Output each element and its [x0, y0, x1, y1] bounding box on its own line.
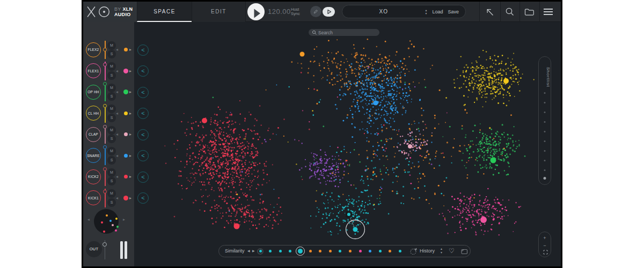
track-sample-dot[interactable]	[124, 175, 128, 178]
track-sample-dot[interactable]	[124, 48, 128, 51]
track-select-button[interactable]: CL HH	[86, 106, 101, 121]
menu-icon[interactable]	[544, 9, 553, 17]
track-sample-dot[interactable]	[124, 154, 128, 158]
loaded-sample-dot[interactable]	[408, 144, 412, 148]
neighbor-sample-dot[interactable]	[347, 213, 350, 216]
similarity-dot[interactable]	[349, 250, 352, 252]
prev-sample-arrow[interactable]: ◂	[116, 61, 118, 82]
similarity-dot[interactable]	[319, 250, 321, 252]
similarity-dot[interactable]	[289, 250, 291, 252]
prev-sample-arrow[interactable]: ◂	[116, 39, 118, 61]
similarity-dot[interactable]	[269, 250, 272, 252]
track-fader-knob[interactable]	[103, 125, 107, 129]
fullscreen-icon[interactable]	[543, 250, 548, 255]
track-select-button[interactable]: SNARE	[86, 148, 101, 163]
mute-button[interactable]: M	[107, 126, 116, 135]
track-pull-chevron[interactable]: <	[137, 129, 149, 140]
mute-button[interactable]: M	[107, 41, 116, 50]
similarity-dot[interactable]	[339, 250, 341, 252]
solo-button[interactable]: S	[107, 92, 116, 101]
next-sample-arrow[interactable]: ▸	[129, 103, 131, 124]
track-sample-dot[interactable]	[124, 111, 128, 115]
loaded-sample-dot[interactable]	[491, 158, 496, 163]
history-up-arrow[interactable]: ▲	[440, 247, 443, 251]
mute-button[interactable]: M	[107, 105, 116, 113]
track-fader-knob[interactable]	[103, 190, 107, 193]
out-routing-button[interactable]: OUT	[86, 241, 102, 257]
preview-play-button[interactable]	[323, 7, 335, 17]
solo-button[interactable]: S	[107, 114, 116, 122]
sample-space[interactable]: <<<<<<<< Shortlist + − Similarity ◀ ▶	[83, 2, 561, 266]
favorite-heart-icon[interactable]: ♡	[449, 245, 455, 257]
track-select-button[interactable]: KICK1	[86, 190, 101, 205]
history-spinner[interactable]: ▲ ▼	[440, 247, 443, 255]
similarity-dot[interactable]	[399, 250, 401, 252]
master-fader-knob[interactable]	[103, 242, 107, 247]
tab-edit[interactable]: EDIT	[192, 2, 246, 22]
preset-down-arrow[interactable]: ▼	[425, 12, 428, 15]
track-sample-dot[interactable]	[123, 196, 128, 200]
track-pull-chevron[interactable]: <	[137, 192, 149, 204]
prev-sample-arrow[interactable]: ◂	[116, 81, 118, 103]
prev-sample-arrow[interactable]: ◂	[116, 124, 118, 145]
loaded-sample-dot[interactable]	[234, 224, 240, 229]
next-sample-arrow[interactable]: ▸	[129, 188, 131, 209]
next-sample-arrow[interactable]: ▸	[129, 81, 131, 103]
folder-icon[interactable]	[524, 8, 535, 16]
similarity-dot[interactable]	[389, 250, 391, 252]
track-fader-knob[interactable]	[103, 104, 107, 108]
similarity-dot[interactable]	[279, 250, 282, 252]
tempo-display[interactable]: 120.00	[268, 2, 291, 22]
loaded-sample-dot[interactable]	[374, 101, 378, 106]
cursor-tool-icon[interactable]	[485, 7, 495, 17]
history-down-arrow[interactable]: ▼	[440, 251, 443, 255]
mute-button[interactable]: M	[107, 84, 116, 92]
preset-up-arrow[interactable]: ▲	[425, 9, 428, 12]
cycle-samples-icon[interactable]	[409, 247, 418, 256]
load-button[interactable]: Load	[432, 9, 443, 14]
track-select-button[interactable]: CLAP	[86, 127, 101, 142]
solo-button[interactable]: S	[107, 156, 116, 165]
similarity-dot[interactable]	[369, 250, 371, 252]
track-select-button[interactable]: KICK2	[86, 169, 101, 184]
track-fader-knob[interactable]	[103, 48, 107, 51]
next-sample-arrow[interactable]: ▸	[129, 166, 131, 188]
solo-button[interactable]: S	[107, 135, 116, 143]
track-fader-knob[interactable]	[103, 63, 107, 66]
track-pull-chevron[interactable]: <	[137, 150, 149, 161]
minimap-right-arrow[interactable]: ▸	[123, 217, 125, 222]
track-fader-knob[interactable]	[103, 145, 107, 149]
play-button[interactable]	[247, 3, 265, 20]
track-pull-chevron[interactable]: <	[137, 65, 149, 77]
zoom-out-button[interactable]: −	[539, 243, 551, 248]
preset-selector[interactable]: XO ▲ ▼ Load Save	[342, 5, 466, 18]
shortlist-add-dot[interactable]	[544, 177, 546, 180]
track-pull-chevron[interactable]: <	[137, 87, 149, 98]
mute-button[interactable]: M	[107, 147, 116, 155]
similarity-dot[interactable]	[329, 250, 332, 252]
space-search-box[interactable]	[309, 29, 379, 36]
search-input[interactable]	[318, 30, 376, 35]
track-sample-dot[interactable]	[124, 132, 128, 136]
solo-button[interactable]: S	[107, 177, 116, 185]
similarity-prev-arrow[interactable]: ◀	[247, 245, 250, 257]
prev-sample-arrow[interactable]: ◂	[116, 103, 118, 124]
similarity-dot[interactable]	[359, 250, 362, 252]
similarity-dot[interactable]	[309, 250, 312, 252]
edit-tempo-button[interactable]	[310, 6, 321, 17]
preset-name[interactable]: XO	[342, 9, 425, 14]
solo-button[interactable]: S	[107, 71, 116, 80]
mute-button[interactable]: M	[107, 62, 116, 71]
loaded-sample-dot[interactable]	[202, 118, 207, 123]
track-select-button[interactable]: FLEX2	[86, 42, 101, 57]
solo-button[interactable]: S	[107, 50, 116, 58]
tab-space[interactable]: SPACE	[137, 2, 192, 22]
search-icon[interactable]	[505, 7, 515, 17]
track-select-button[interactable]: OP HH	[86, 85, 101, 100]
mute-button[interactable]: M	[107, 168, 116, 177]
loaded-sample-dot[interactable]	[480, 217, 487, 223]
track-select-button[interactable]: FLEX1	[86, 63, 101, 78]
track-sample-dot[interactable]	[123, 69, 128, 73]
shortlist-panel[interactable]: Shortlist	[538, 56, 551, 185]
loaded-sample-dot[interactable]	[503, 78, 509, 84]
